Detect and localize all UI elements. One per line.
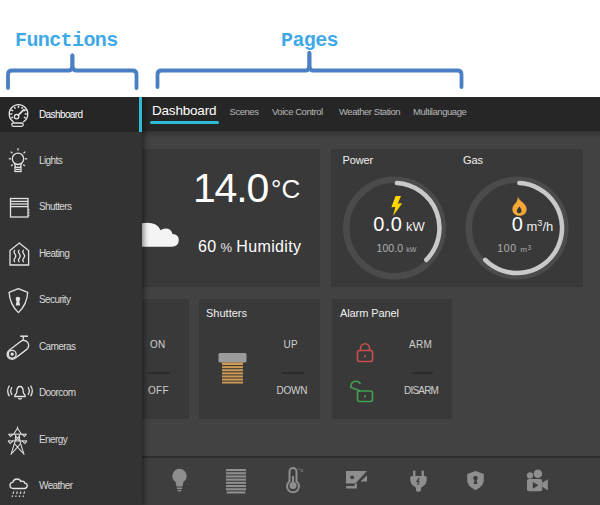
svg-text:°c: °c	[298, 467, 303, 473]
